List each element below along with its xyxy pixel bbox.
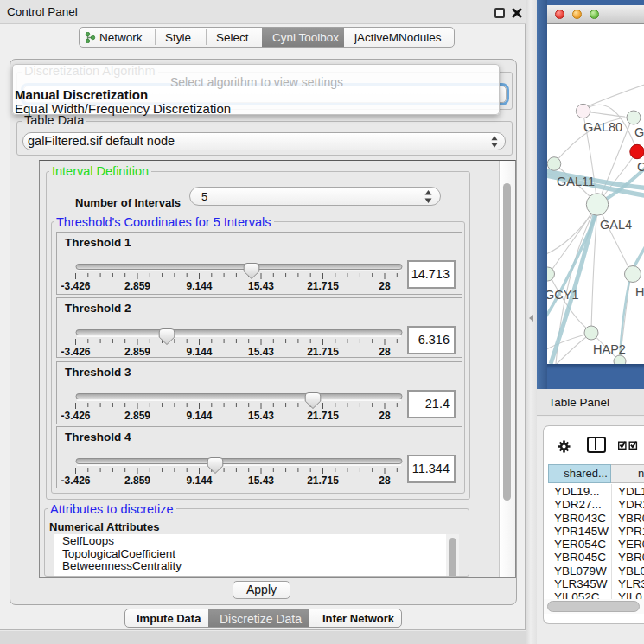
svg-text:21.715: 21.715 [307,346,339,358]
svg-text:9.144: 9.144 [186,410,212,422]
svg-text:28: 28 [379,346,391,358]
svg-text:15.43: 15.43 [248,410,274,422]
svg-text:21.715: 21.715 [307,410,339,422]
svg-text:2.859: 2.859 [124,346,150,358]
svg-text:28: 28 [379,280,391,292]
svg-text:9.144: 9.144 [186,280,212,292]
svg-text:-3.426: -3.426 [61,280,90,292]
svg-text:15.43: 15.43 [248,280,274,292]
svg-text:GAL4: GAL4 [600,218,632,232]
svg-text:2.859: 2.859 [124,410,150,422]
svg-text:H: H [635,285,644,299]
svg-text:9.144: 9.144 [186,346,212,358]
svg-text:21.715: 21.715 [307,280,339,292]
svg-text:GCY1: GCY1 [547,288,579,302]
svg-text:GA: GA [634,125,644,139]
svg-text:28: 28 [379,475,391,487]
svg-text:HAP2: HAP2 [593,342,626,356]
svg-text:9.144: 9.144 [186,475,212,487]
svg-text:-3.426: -3.426 [61,475,90,487]
svg-text:-3.426: -3.426 [61,410,90,422]
svg-text:15.43: 15.43 [248,346,274,358]
svg-text:15.43: 15.43 [248,475,274,487]
svg-text:2.859: 2.859 [124,475,150,487]
svg-text:21.715: 21.715 [307,475,339,487]
svg-text:GAL11: GAL11 [557,175,595,188]
svg-text:2.859: 2.859 [124,280,150,292]
svg-text:-3.426: -3.426 [61,346,90,358]
svg-text:GAL80: GAL80 [583,120,622,134]
svg-text:C: C [637,160,644,174]
svg-text:28: 28 [379,410,391,422]
